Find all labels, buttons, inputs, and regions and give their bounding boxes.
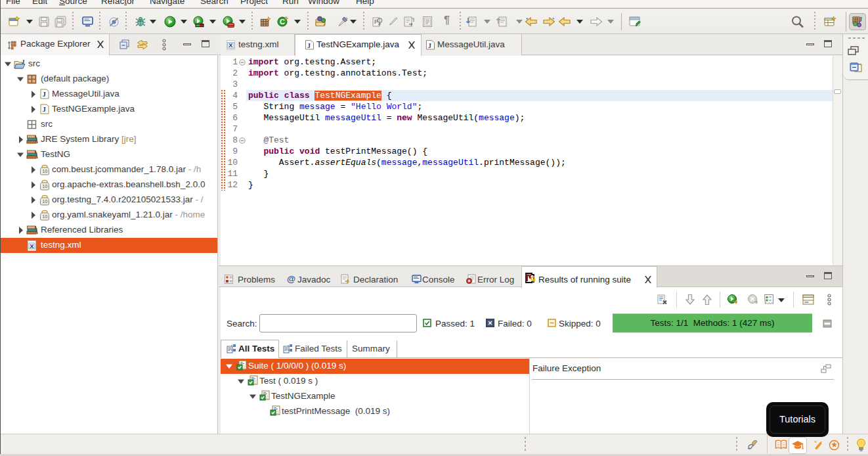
svg-text:10: 10	[43, 184, 48, 189]
svg-text:J: J	[428, 42, 431, 49]
svg-text:X: X	[228, 42, 232, 49]
svg-text:J: J	[22, 58, 25, 65]
svg-text:J: J	[43, 105, 47, 113]
svg-text:J: J	[859, 16, 862, 23]
svg-text:10: 10	[43, 199, 48, 204]
svg-text:J: J	[43, 90, 47, 98]
svg-text:X: X	[30, 242, 34, 250]
svg-text:10: 10	[43, 214, 48, 219]
svg-text:10: 10	[43, 169, 48, 173]
svg-text:J: J	[307, 42, 311, 49]
